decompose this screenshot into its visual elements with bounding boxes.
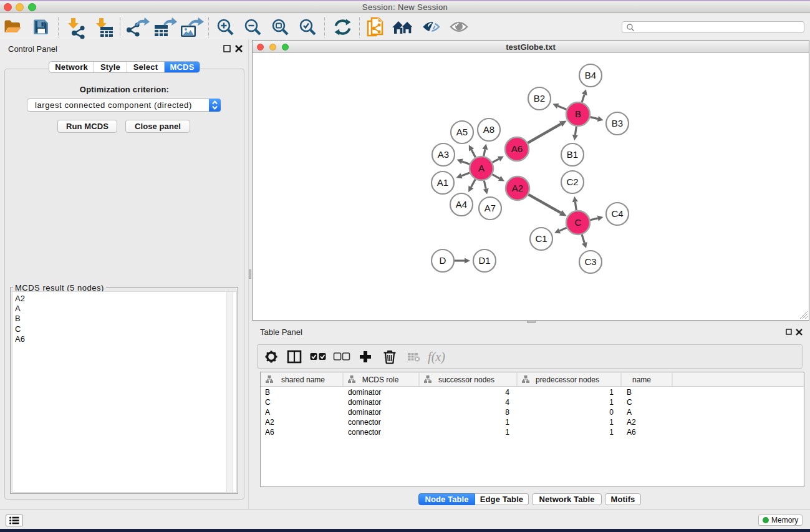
svg-text:B: B (627, 388, 632, 397)
svg-text:4: 4 (505, 388, 509, 397)
svg-text:1: 1 (505, 418, 509, 427)
svg-text:A7: A7 (485, 203, 496, 213)
svg-text:1: 1 (609, 398, 614, 407)
svg-text:A: A (478, 163, 485, 173)
svg-text:shared name: shared name (281, 375, 325, 384)
svg-text:1: 1 (505, 428, 509, 437)
svg-text:8: 8 (505, 408, 509, 417)
svg-text:A6: A6 (627, 428, 636, 437)
svg-text:0: 0 (609, 408, 614, 417)
svg-text:A1: A1 (437, 177, 448, 188)
svg-text:1: 1 (609, 418, 614, 427)
svg-text:D1: D1 (478, 255, 490, 266)
svg-text:A6: A6 (265, 428, 274, 437)
svg-text:A: A (627, 408, 632, 417)
svg-text:A8: A8 (483, 124, 494, 135)
svg-text:B: B (265, 388, 270, 397)
svg-text:C2: C2 (566, 177, 578, 187)
svg-text:A5: A5 (456, 127, 468, 137)
svg-text:B3: B3 (612, 118, 623, 128)
svg-text:1: 1 (609, 428, 614, 437)
svg-text:B2: B2 (534, 93, 545, 104)
svg-text:4: 4 (505, 398, 509, 407)
svg-text:C: C (265, 398, 271, 407)
svg-text:A6: A6 (511, 143, 523, 154)
svg-text:dominator: dominator (348, 388, 381, 397)
svg-text:B4: B4 (585, 70, 596, 80)
svg-text:1: 1 (609, 388, 614, 397)
svg-text:A2: A2 (265, 418, 274, 427)
svg-text:dominator: dominator (348, 398, 381, 407)
svg-text:connector: connector (348, 428, 381, 437)
svg-text:A4: A4 (456, 199, 467, 210)
svg-text:f(x): f(x) (428, 350, 445, 364)
svg-text:D: D (440, 255, 446, 266)
svg-text:C1: C1 (535, 233, 547, 244)
svg-text:successor nodes: successor nodes (438, 375, 494, 384)
svg-text:name: name (632, 375, 651, 384)
svg-text:A: A (265, 408, 270, 417)
svg-text:C: C (627, 398, 632, 407)
svg-text:C3: C3 (584, 256, 596, 267)
svg-text:C: C (575, 217, 582, 228)
svg-text:C4: C4 (611, 208, 623, 219)
svg-text:MCDS role: MCDS role (362, 375, 399, 384)
svg-text:dominator: dominator (348, 408, 381, 417)
svg-text:B1: B1 (567, 149, 578, 160)
svg-text:A3: A3 (438, 149, 449, 160)
svg-text:B: B (575, 109, 581, 119)
svg-text:predecessor nodes: predecessor nodes (536, 375, 599, 384)
svg-text:connector: connector (348, 418, 381, 427)
svg-text:A2: A2 (512, 183, 523, 193)
svg-text:A2: A2 (627, 418, 636, 427)
